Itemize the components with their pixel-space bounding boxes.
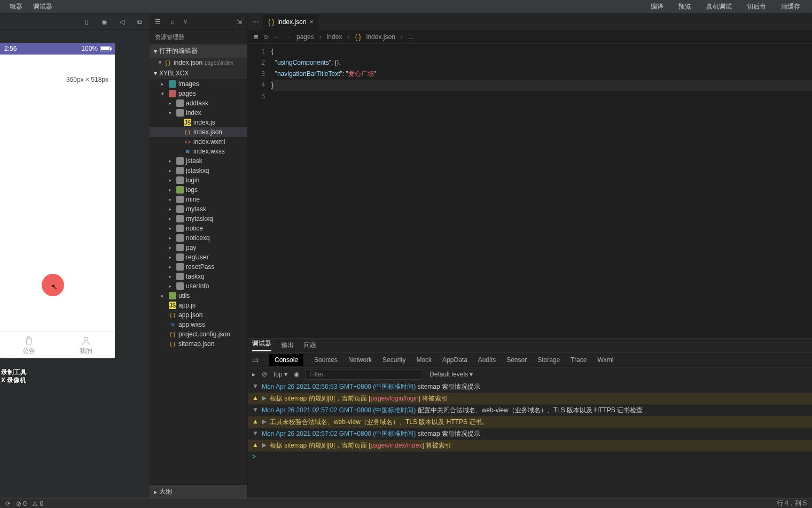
file-app.js[interactable]: JSapp.js: [150, 301, 247, 310]
folder-pay[interactable]: ▸pay: [150, 243, 247, 252]
btn-clear-cache[interactable]: 清缓存: [774, 0, 808, 13]
dt-wxml[interactable]: Wxml: [597, 356, 613, 364]
chevron-down-icon: ▾: [154, 48, 157, 55]
inspect-icon[interactable]: ⮹: [252, 356, 259, 364]
open-editor-item[interactable]: × { } index.json pages\index: [150, 58, 247, 67]
dt-trace[interactable]: Trace: [571, 356, 587, 364]
folder-utils[interactable]: ▸utils: [150, 291, 247, 301]
console-output[interactable]: ▼ Mon Apr 26 2021 02:56:53 GMT+0800 (中国标…: [248, 381, 812, 498]
menu-debugger[interactable]: 调试器: [28, 0, 58, 13]
status-left-icon[interactable]: ⟳: [5, 500, 11, 507]
file-app.json[interactable]: { }app.json: [150, 310, 247, 320]
status-warnings[interactable]: ⚠ 0: [32, 500, 43, 507]
json-icon: { }: [164, 59, 171, 66]
folder-pages[interactable]: ▾pages: [150, 89, 247, 98]
dt-console[interactable]: Console: [269, 354, 303, 366]
folder-jstask[interactable]: ▸jstask: [150, 156, 247, 166]
file-index.wxss[interactable]: ≋index.wxss: [150, 147, 247, 156]
file-tab-index-json[interactable]: { } index.json ×: [263, 14, 319, 30]
folder-index[interactable]: ▾index: [150, 108, 247, 118]
file-project.config.json[interactable]: { }project.config.json: [150, 329, 247, 339]
open-file-name: index.json: [174, 59, 202, 66]
folder-notice[interactable]: ▸notice: [150, 224, 247, 233]
open-editors-header[interactable]: ▾ 打开的编辑器: [150, 44, 247, 58]
folder-mytask[interactable]: ▸mytask: [150, 204, 247, 214]
dt-appdata[interactable]: AppData: [442, 356, 467, 364]
folder-mytaskxq[interactable]: ▸mytaskxq: [150, 214, 247, 224]
btn-background[interactable]: 切后台: [739, 0, 774, 13]
bookmark-icon[interactable]: ⎊: [264, 33, 268, 41]
folder-login[interactable]: ▸login: [150, 175, 247, 185]
folder-images[interactable]: ▸images: [150, 79, 247, 89]
clear-icon[interactable]: ⊘: [262, 371, 267, 378]
tab-notice[interactable]: 公告: [0, 332, 58, 358]
file-app.wxss[interactable]: ≋app.wxss: [150, 320, 247, 329]
gutter-icon[interactable]: ≣: [253, 33, 259, 41]
crumb-file[interactable]: index.json: [366, 33, 395, 41]
phone-simulator[interactable]: 2:56 100% 360px × 518px ↖ 公告: [0, 43, 115, 358]
dt-tab-output[interactable]: 输出: [281, 341, 294, 350]
phone-battery: 100%: [81, 45, 111, 52]
levels-select[interactable]: Default levels ▾: [430, 371, 473, 378]
dt-audits[interactable]: Audits: [478, 356, 496, 364]
btn-compile[interactable]: 编译: [643, 0, 671, 13]
file-index.json[interactable]: { }index.json: [150, 127, 247, 137]
console-prompt[interactable]: >: [248, 452, 812, 461]
svg-point-0: [84, 337, 88, 341]
back-icon[interactable]: ◁: [120, 18, 124, 26]
crumb-index[interactable]: index: [327, 33, 342, 41]
phone-icon[interactable]: ▯: [85, 18, 89, 26]
code-content[interactable]: { "usingComponents": {}, "navigationBarT…: [271, 44, 812, 338]
dt-sensor[interactable]: Sensor: [506, 356, 527, 364]
eye-icon[interactable]: ◉: [294, 371, 299, 378]
close-icon[interactable]: ×: [309, 18, 313, 26]
tab-mine[interactable]: 我的: [58, 332, 115, 358]
tab-more-icon[interactable]: ⋯: [248, 18, 263, 26]
record-icon[interactable]: ◉: [102, 18, 107, 26]
play-icon[interactable]: ▸: [252, 371, 255, 378]
project-header[interactable]: ▾ XYBLXCX: [150, 67, 247, 79]
search-icon[interactable]: ⌕: [170, 18, 174, 26]
expand-icon[interactable]: ⇲: [237, 18, 242, 26]
outline-header[interactable]: ▸ 大纲: [150, 484, 247, 498]
status-errors[interactable]: ⊘ 0: [16, 500, 27, 507]
split-icon[interactable]: ⧉: [137, 18, 142, 26]
filter-input[interactable]: [306, 369, 423, 380]
nav-fwd-icon[interactable]: →: [285, 33, 291, 41]
dt-sources[interactable]: Sources: [314, 356, 338, 364]
dt-mock[interactable]: Mock: [416, 356, 432, 364]
outline-label: 大纲: [159, 487, 172, 496]
folder-jstaskxq[interactable]: ▸jstaskxq: [150, 166, 247, 175]
file-index.js[interactable]: JSindex.js: [150, 118, 247, 127]
folder-noticexq[interactable]: ▸noticexq: [150, 233, 247, 243]
folder-addtask[interactable]: ▸addtask: [150, 98, 247, 108]
nav-back-icon[interactable]: ←: [273, 33, 279, 41]
json-icon: { }: [268, 18, 274, 26]
cursor-position[interactable]: 行 4，列 5: [777, 499, 807, 508]
folder-resetPass[interactable]: ▸resetPass: [150, 262, 247, 272]
file-sitemap.json[interactable]: { }sitemap.json: [150, 339, 247, 349]
context-select[interactable]: top ▾: [274, 371, 287, 378]
dt-storage[interactable]: Storage: [537, 356, 560, 364]
menu-editor[interactable]: 辑器: [4, 0, 28, 13]
folder-logs[interactable]: ▸logs: [150, 185, 247, 195]
btn-preview[interactable]: 预览: [671, 0, 699, 13]
btn-remote-debug[interactable]: 真机调试: [699, 0, 739, 13]
folder-userInfo[interactable]: ▸userInfo: [150, 281, 247, 291]
dt-tab-debugger[interactable]: 调试器: [252, 339, 271, 351]
close-icon[interactable]: ×: [158, 59, 162, 66]
explorer-panel: ☰ ⌕ ⑂ ⇲ 资源管理器 ▾ 打开的编辑器 × { } index.json …: [150, 14, 248, 498]
dt-network[interactable]: Network: [348, 356, 372, 364]
code-area[interactable]: 12345 { "usingComponents": {}, "navigati…: [248, 44, 812, 338]
list-icon[interactable]: ☰: [155, 18, 161, 26]
crumb-pages[interactable]: pages: [296, 33, 314, 41]
folder-mine[interactable]: ▸mine: [150, 195, 247, 204]
person-icon: [81, 335, 91, 346]
dt-tab-problems[interactable]: 问题: [303, 341, 316, 350]
crumb-more[interactable]: ...: [408, 33, 413, 41]
folder-taskxq[interactable]: ▸taskxq: [150, 272, 247, 281]
branch-icon[interactable]: ⑂: [184, 18, 188, 26]
file-index.wxml[interactable]: <>index.wxml: [150, 137, 247, 147]
folder-regUser[interactable]: ▸regUser: [150, 252, 247, 262]
dt-security[interactable]: Security: [382, 356, 405, 364]
